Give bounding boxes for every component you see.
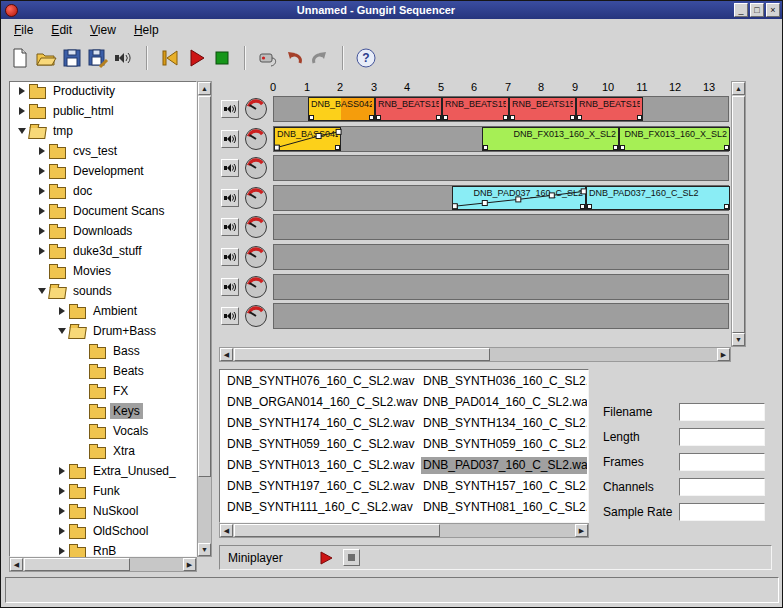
tree-item-development[interactable]: Development xyxy=(9,161,197,181)
menu-file[interactable]: File xyxy=(5,21,42,39)
menu-help[interactable]: Help xyxy=(125,21,168,39)
tree-item-bass[interactable]: Bass xyxy=(9,341,197,361)
file-item[interactable]: DNB_SYNTH081_160_C_SL2.wav xyxy=(421,499,587,516)
tree-horizontal-scrollbar-thumb[interactable] xyxy=(24,558,130,571)
collapse-arrow-icon[interactable] xyxy=(35,288,49,294)
open-folder-button[interactable] xyxy=(33,45,59,71)
clip-resize-handle[interactable] xyxy=(275,145,280,150)
tree-item-beats[interactable]: Beats xyxy=(9,361,197,381)
clip-dnb-pad037-160-c-sl2[interactable]: DNB_PAD037_160_C_SL2 xyxy=(586,186,730,210)
tree-item-ambient[interactable]: Ambient xyxy=(9,301,197,321)
play-button[interactable] xyxy=(183,45,209,71)
clip-rnb-beats152[interactable]: RNB_BEATS152_ xyxy=(442,97,509,121)
help-button[interactable]: ? xyxy=(353,45,379,71)
timeline-vertical-scrollbar[interactable]: ▲▼ xyxy=(731,81,746,347)
file-item[interactable]: DNB_SYNTH013_160_C_SL2.wav xyxy=(225,457,419,474)
track-2-lane[interactable]: DNB_BASS042_1DNB_FX013_160_X_SL2DNB_FX01… xyxy=(273,126,729,152)
tree-horizontal-scrollbar[interactable]: ◀▶ xyxy=(9,557,197,572)
sample-list-horizontal-scrollbar-left-arrow[interactable]: ◀ xyxy=(220,524,233,537)
clip-dnb-bass042-1[interactable]: DNB_BASS042_1 xyxy=(308,97,375,121)
tree-item-document-scans[interactable]: Document Scans xyxy=(9,201,197,221)
expand-arrow-icon[interactable] xyxy=(35,207,49,215)
track-2-mute-button[interactable] xyxy=(221,130,239,148)
track-8-volume-knob[interactable] xyxy=(244,304,268,328)
envelope-handle[interactable] xyxy=(482,201,487,206)
track-4-volume-knob[interactable] xyxy=(244,186,268,210)
tree-item-productivity[interactable]: Productivity xyxy=(9,81,197,101)
clip-resize-handle[interactable] xyxy=(587,204,592,209)
new-file-button[interactable] xyxy=(7,45,33,71)
expand-arrow-icon[interactable] xyxy=(35,187,49,195)
tree-item-public-html[interactable]: public_html xyxy=(9,101,197,121)
clip-dnb-fx013-160-x-sl2[interactable]: DNB_FX013_160_X_SL2 xyxy=(482,127,619,151)
clip-dnb-fx013-160-x-sl2[interactable]: DNB_FX013_160_X_SL2 xyxy=(619,127,730,151)
tree-item-cvs-test[interactable]: cvs_test xyxy=(9,141,197,161)
expand-arrow-icon[interactable] xyxy=(55,547,69,555)
audio-settings-button[interactable] xyxy=(111,45,137,71)
file-item[interactable]: DNB_SYNTH174_160_C_SL2.wav xyxy=(225,415,419,432)
file-item[interactable]: DNB_SYNTH197_160_C_SL2.wav xyxy=(225,478,419,495)
tree-vertical-scrollbar[interactable]: ▲▼ xyxy=(197,81,212,557)
stop-button[interactable] xyxy=(209,45,235,71)
menu-view[interactable]: View xyxy=(81,21,125,39)
clip-resize-handle[interactable] xyxy=(335,145,340,150)
tree-item-movies[interactable]: Movies xyxy=(9,261,197,281)
timeline-vertical-scrollbar-down-arrow[interactable]: ▼ xyxy=(732,333,745,346)
track-4-lane[interactable]: DNB_PAD037_160_C_SL2DNB_PAD037_160_C_SL2 xyxy=(273,185,729,211)
clip-resize-handle[interactable] xyxy=(483,145,488,150)
file-item[interactable]: DNB_PAD014_160_C_SL2.wav xyxy=(421,394,587,411)
close-button[interactable]: × xyxy=(766,3,780,17)
track-1-mute-button[interactable] xyxy=(221,100,239,118)
clip-resize-handle[interactable] xyxy=(620,145,625,150)
file-item[interactable]: DNB_SYNTH036_160_C_SL2.wav xyxy=(421,373,587,390)
clip-resize-handle[interactable] xyxy=(376,115,381,120)
tree-item-doc[interactable]: doc xyxy=(9,181,197,201)
track-6-lane[interactable] xyxy=(273,244,729,270)
minimize-button[interactable]: _ xyxy=(734,3,748,17)
clip-resize-handle[interactable] xyxy=(503,115,508,120)
length-input[interactable] xyxy=(679,428,765,446)
expand-arrow-icon[interactable] xyxy=(55,527,69,535)
expand-arrow-icon[interactable] xyxy=(35,247,49,255)
expand-arrow-icon[interactable] xyxy=(55,467,69,475)
expand-arrow-icon[interactable] xyxy=(35,147,49,155)
maximize-button[interactable]: □ xyxy=(750,3,764,17)
track-5-volume-knob[interactable] xyxy=(244,215,268,239)
file-item[interactable]: DNB_SYNTH111_160_C_SL2.wav xyxy=(225,499,419,516)
collapse-arrow-icon[interactable] xyxy=(55,328,69,334)
save-as-button[interactable] xyxy=(85,45,111,71)
clip-resize-handle[interactable] xyxy=(724,204,729,209)
track-7-mute-button[interactable] xyxy=(221,278,239,296)
clip-resize-handle[interactable] xyxy=(613,145,618,150)
tree-item-sounds[interactable]: sounds xyxy=(9,281,197,301)
sample-list-horizontal-scrollbar-thumb[interactable] xyxy=(234,524,440,537)
sample-list-horizontal-scrollbar-right-arrow[interactable]: ▶ xyxy=(575,524,588,537)
file-item[interactable]: DNB_SYNTH134_160_C_SL2.wav xyxy=(421,415,587,432)
undo-button[interactable] xyxy=(281,45,307,71)
track-4-mute-button[interactable] xyxy=(221,189,239,207)
expand-arrow-icon[interactable] xyxy=(55,307,69,315)
track-1-lane[interactable]: DNB_BASS042_1RNB_BEATS152_RNB_BEATS152_R… xyxy=(273,96,729,122)
clip-rnb-beats152[interactable]: RNB_BEATS152_ xyxy=(509,97,576,121)
file-item[interactable]: DNB_SYNTH059_160_C_SL2.wav xyxy=(421,436,587,453)
clip-resize-handle[interactable] xyxy=(309,115,314,120)
clip-dnb-bass042-1[interactable]: DNB_BASS042_1 xyxy=(274,127,341,151)
miniplayer-play-button[interactable] xyxy=(319,551,333,565)
title-bar[interactable]: Unnamed - Gungirl Sequencer _□× xyxy=(1,1,782,19)
tree-item-xtra[interactable]: Xtra xyxy=(9,441,197,461)
tree-item-tmp[interactable]: tmp xyxy=(9,121,197,141)
tree-item-fx[interactable]: FX xyxy=(9,381,197,401)
tree-item-nuskool[interactable]: NuSkool xyxy=(9,501,197,521)
collapse-arrow-icon[interactable] xyxy=(15,128,29,134)
timeline-horizontal-scrollbar-left-arrow[interactable]: ◀ xyxy=(220,348,233,361)
clip-dnb-pad037-160-c-sl2[interactable]: DNB_PAD037_160_C_SL2 xyxy=(452,186,586,210)
tree-horizontal-scrollbar-left-arrow[interactable]: ◀ xyxy=(10,558,23,571)
clip-resize-handle[interactable] xyxy=(443,115,448,120)
file-item[interactable]: DNB_SYNTH076_160_C_SL2.wav xyxy=(225,373,419,390)
track-8-mute-button[interactable] xyxy=(221,307,239,325)
expand-arrow-icon[interactable] xyxy=(15,87,29,95)
tree-item-duke3d-stuff[interactable]: duke3d_stuff xyxy=(9,241,197,261)
tree-item-vocals[interactable]: Vocals xyxy=(9,421,197,441)
track-8-lane[interactable] xyxy=(273,303,729,329)
clip-resize-handle[interactable] xyxy=(570,115,575,120)
